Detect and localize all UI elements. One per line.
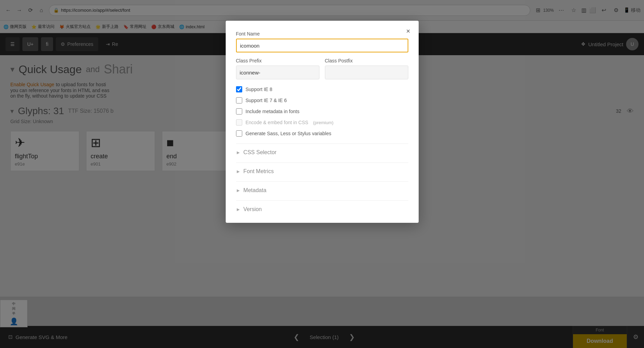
font-name-label: Font Name (236, 31, 408, 37)
modal-overlay[interactable]: × Font Name Class Prefix Class Postfix (0, 0, 644, 348)
class-postfix-label: Class Postfix (325, 58, 408, 63)
checkbox-sass-input[interactable] (236, 130, 242, 137)
version-label: Version (243, 206, 262, 212)
chevron-right-icon-metrics: ► (236, 169, 241, 174)
chevron-right-icon-metadata: ► (236, 188, 241, 193)
font-metrics-label: Font Metrics (243, 168, 274, 175)
checkbox-support-ie8-input[interactable] (236, 86, 242, 92)
checkbox-sass[interactable]: Generate Sass, Less or Stylus variables (236, 130, 408, 137)
preferences-modal: × Font Name Class Prefix Class Postfix (226, 21, 419, 223)
checkbox-encode-input[interactable] (236, 119, 242, 126)
class-prefix-input[interactable] (236, 66, 319, 79)
modal-close-button[interactable]: × (403, 26, 414, 37)
css-selector-label: CSS Selector (243, 149, 276, 156)
class-fields-row: Class Prefix Class Postfix (236, 58, 408, 79)
checkbox-sass-label: Generate Sass, Less or Stylus variables (246, 131, 331, 136)
modal-body: Font Name Class Prefix Class Postfix Sup… (226, 21, 419, 223)
checkbox-support-ie8[interactable]: Support IE 8 (236, 86, 408, 92)
checkbox-support-ie76-input[interactable] (236, 97, 242, 103)
checkbox-encode-label: Encode & embed font in CSS (246, 120, 308, 125)
metadata-label: Metadata (243, 187, 266, 193)
font-name-input[interactable] (236, 39, 408, 52)
class-prefix-col: Class Prefix (236, 58, 319, 79)
class-prefix-label: Class Prefix (236, 58, 319, 63)
chevron-right-icon-version: ► (236, 207, 241, 212)
checkbox-metadata-input[interactable] (236, 108, 242, 115)
class-postfix-col: Class Postfix (325, 58, 408, 79)
checkbox-support-ie8-label: Support IE 8 (246, 87, 273, 92)
class-postfix-input[interactable] (325, 66, 408, 79)
checkbox-encode[interactable]: Encode & embed font in CSS (premium) (236, 119, 408, 126)
premium-tag: (premium) (313, 120, 334, 125)
checkbox-metadata-label: Include metadata in fonts (246, 109, 299, 114)
version-section[interactable]: ► Version (236, 200, 408, 212)
metadata-section[interactable]: ► Metadata (236, 181, 408, 193)
chevron-right-icon-css: ► (236, 150, 241, 155)
css-selector-section[interactable]: ► CSS Selector (236, 143, 408, 156)
checkbox-support-ie76-label: Support IE 7 & IE 6 (246, 98, 287, 103)
checkbox-metadata[interactable]: Include metadata in fonts (236, 108, 408, 115)
checkbox-support-ie76[interactable]: Support IE 7 & IE 6 (236, 97, 408, 103)
font-metrics-section[interactable]: ► Font Metrics (236, 162, 408, 175)
modal-checkboxes: Support IE 8 Support IE 7 & IE 6 Include… (236, 86, 408, 137)
